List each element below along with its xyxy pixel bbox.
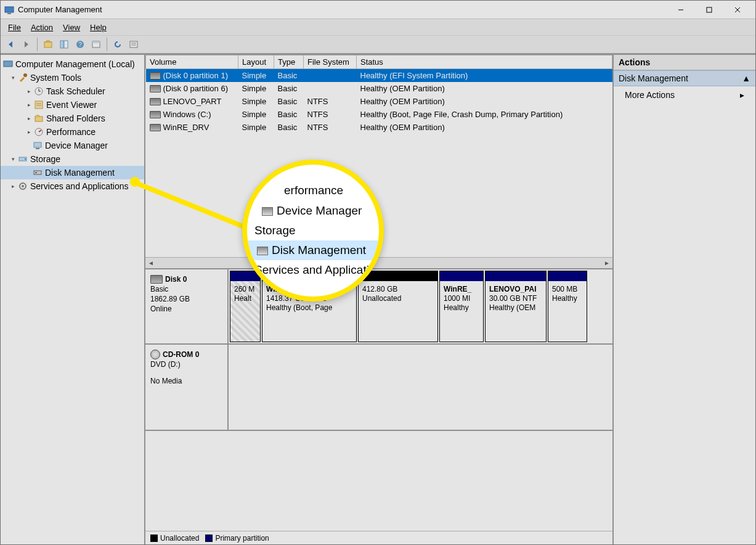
partition[interactable]: WinRE_1000 MIHealthy: [439, 271, 484, 342]
svg-rect-16: [4, 61, 12, 67]
menu-bar: File Action View Help: [1, 19, 755, 35]
window-title: Computer Management: [18, 5, 667, 14]
properties-button[interactable]: [89, 37, 104, 52]
svg-text:?: ?: [78, 41, 82, 48]
body: Computer Management (Local) ▾ System Too…: [1, 54, 755, 544]
table-row[interactable]: WinRE_DRVSimpleBasicNTFSHealthy (OEM Par…: [146, 121, 612, 134]
disk-icon: [150, 275, 163, 284]
shared-folders-icon: [34, 113, 44, 123]
partition[interactable]: 500 MBHealthy: [548, 271, 587, 342]
svg-rect-3: [707, 7, 712, 12]
toolbar: ?: [1, 35, 755, 54]
partition[interactable]: 260 MHealt: [230, 271, 261, 342]
tree-event-viewer[interactable]: ▸ Event Viewer: [1, 98, 144, 112]
table-row[interactable]: (Disk 0 partition 1)SimpleBasicHealthy (…: [146, 69, 612, 82]
menu-file[interactable]: File: [3, 21, 26, 34]
actions-more-actions[interactable]: More Actions ▸: [614, 86, 755, 104]
col-status[interactable]: Status: [357, 55, 612, 69]
col-fs[interactable]: File System: [304, 55, 357, 69]
cdrom0-partitions: [229, 345, 612, 419]
disk0-info: Disk 0 Basic 1862.89 GB Online: [145, 269, 229, 343]
chevron-down-icon[interactable]: ▾: [9, 74, 17, 81]
center-pane: Volume Layout Type File System Status (D…: [145, 55, 614, 544]
settings-button[interactable]: [126, 37, 141, 52]
actions-section-disk-management[interactable]: Disk Management ▲: [614, 70, 755, 86]
tree-disk-management[interactable]: Disk Management: [1, 166, 144, 179]
menu-view[interactable]: View: [58, 21, 85, 34]
partition[interactable]: Windows (C:)1418.37 GB NTFSHealthy (Boot…: [262, 271, 357, 342]
svg-rect-6: [44, 42, 52, 47]
volume-list[interactable]: Volume Layout Type File System Status (D…: [145, 55, 612, 269]
tree-root[interactable]: Computer Management (Local): [1, 57, 144, 71]
col-volume[interactable]: Volume: [146, 55, 238, 69]
performance-icon: [34, 127, 44, 137]
svg-rect-24: [35, 117, 43, 121]
chevron-right-icon[interactable]: ▸: [25, 115, 33, 122]
refresh-button[interactable]: [110, 37, 125, 52]
storage-icon: [18, 154, 28, 164]
chevron-right-icon[interactable]: ▸: [9, 182, 17, 190]
partition[interactable]: 412.80 GBUnallocated: [358, 271, 438, 342]
svg-rect-30: [34, 171, 41, 174]
volume-list-header[interactable]: Volume Layout Type File System Status: [146, 55, 612, 69]
legend-unallocated-swatch: [150, 535, 158, 542]
tree-storage[interactable]: ▾ Storage: [1, 152, 144, 166]
help-icon[interactable]: ?: [73, 37, 87, 52]
event-viewer-icon: [34, 100, 44, 110]
svg-point-33: [22, 185, 24, 187]
cdrom-icon: [150, 350, 160, 359]
volume-icon: [150, 72, 161, 80]
table-row[interactable]: LENOVO_PARTSimpleBasicNTFSHealthy (OEM P…: [146, 95, 612, 108]
disk-management-icon: [33, 168, 43, 178]
svg-rect-1: [7, 13, 11, 14]
back-button[interactable]: [3, 37, 18, 52]
volume-icon: [150, 124, 161, 131]
partition[interactable]: LENOVO_PAI30.00 GB NTFHealthy (OEM: [485, 271, 547, 342]
svg-rect-27: [36, 148, 39, 149]
horizontal-scrollbar[interactable]: ◄►: [145, 257, 612, 268]
actions-pane: Actions Disk Management ▲ More Actions ▸: [614, 55, 755, 544]
maximize-button[interactable]: [695, 1, 723, 19]
disk-row-disk0[interactable]: Disk 0 Basic 1862.89 GB Online 260 MHeal…: [145, 269, 612, 345]
chevron-right-icon[interactable]: ▸: [25, 88, 33, 95]
svg-rect-31: [35, 172, 37, 173]
forward-button[interactable]: [19, 37, 34, 52]
navigation-tree[interactable]: Computer Management (Local) ▾ System Too…: [1, 55, 145, 544]
computer-management-window: Computer Management File Action View Hel…: [0, 0, 756, 545]
actions-header: Actions: [614, 55, 755, 70]
chevron-down-icon[interactable]: ▾: [9, 155, 17, 163]
volume-icon: [150, 85, 161, 92]
menu-help[interactable]: Help: [85, 21, 112, 34]
chevron-right-icon[interactable]: ▸: [25, 128, 33, 136]
minimize-button[interactable]: [667, 1, 695, 19]
svg-rect-8: [64, 41, 68, 48]
tree-device-manager[interactable]: Device Manager: [1, 139, 144, 152]
table-row[interactable]: (Disk 0 partition 6)SimpleBasicHealthy (…: [146, 82, 612, 95]
disk0-partitions: 260 MHealtWindows (C:)1418.37 GB NTFSHea…: [229, 269, 612, 343]
disk-row-cdrom0[interactable]: CD-ROM 0 DVD (D:) No Media: [145, 345, 612, 431]
tools-icon: [18, 73, 28, 83]
menu-action[interactable]: Action: [26, 21, 58, 34]
up-button[interactable]: [41, 37, 55, 52]
tree-performance[interactable]: ▸ Performance: [1, 125, 144, 139]
tree-shared-folders[interactable]: ▸ Shared Folders: [1, 112, 144, 125]
close-button[interactable]: [723, 1, 752, 19]
tree-task-scheduler[interactable]: ▸ Task Scheduler: [1, 84, 144, 98]
cdrom0-info: CD-ROM 0 DVD (D:) No Media: [145, 345, 229, 430]
table-row[interactable]: Windows (C:)SimpleBasicNTFSHealthy (Boot…: [146, 108, 612, 121]
chevron-right-icon[interactable]: ▸: [25, 101, 33, 109]
tree-services-apps[interactable]: ▸ Services and Applications: [1, 179, 144, 193]
legend: Unallocated Primary partition: [145, 531, 612, 544]
clock-icon: [34, 86, 44, 96]
show-hide-tree-button[interactable]: [57, 37, 71, 52]
chevron-right-icon: ▸: [740, 90, 744, 100]
col-layout[interactable]: Layout: [238, 55, 274, 69]
col-type[interactable]: Type: [274, 55, 304, 69]
services-icon: [18, 181, 28, 191]
svg-rect-7: [60, 41, 63, 48]
svg-rect-13: [130, 41, 137, 47]
collapse-icon: ▲: [742, 73, 750, 83]
svg-point-17: [23, 73, 27, 77]
title-bar: Computer Management: [1, 1, 755, 19]
tree-system-tools[interactable]: ▾ System Tools: [1, 71, 144, 84]
